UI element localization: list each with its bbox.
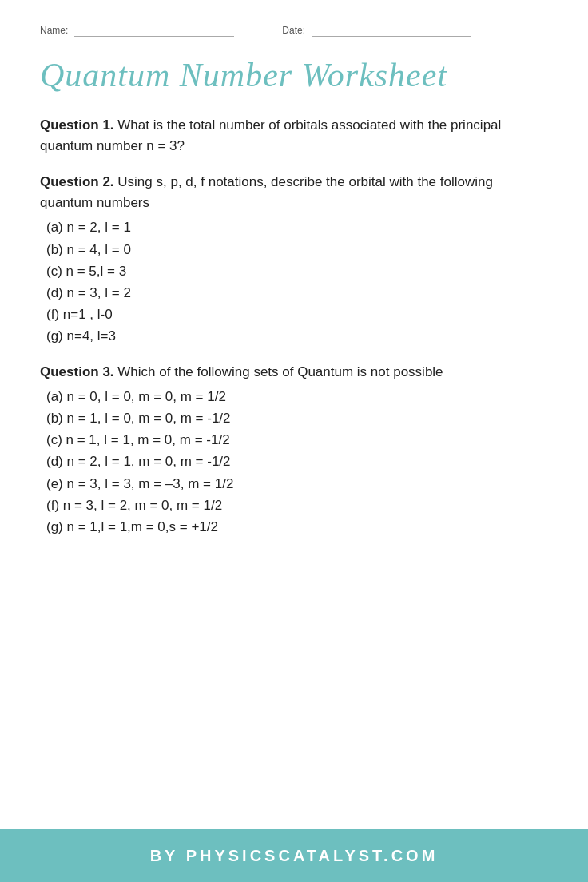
- question-2-text: Question 2. Using s, p, d, f notations, …: [40, 172, 548, 214]
- content-area: Question 1. What is the total number of …: [40, 115, 548, 538]
- q3-item-g: (g) n = 1,l = 1,m = 0,s = +1/2: [46, 516, 548, 538]
- question-1-heading: Question 1.: [40, 117, 114, 133]
- question-2-subitems: (a) n = 2, l = 1 (b) n = 4, l = 0 (c) n …: [40, 217, 548, 347]
- footer-text: BY PHYSICSCATALYST.COM: [150, 847, 439, 865]
- q3-item-f: (f) n = 3, l = 2, m = 0, m = 1/2: [46, 495, 548, 516]
- question-2-heading: Question 2.: [40, 174, 114, 189]
- question-3-text: Question 3. Which of the following sets …: [40, 362, 548, 383]
- page-title: Quantum Number Worksheet: [40, 56, 548, 94]
- q3-item-c: (c) n = 1, l = 1, m = 0, m = -1/2: [46, 429, 548, 451]
- q3-item-b: (b) n = 1, l = 0, m = 0, m = -1/2: [46, 407, 548, 429]
- question-1-block: Question 1. What is the total number of …: [40, 115, 548, 157]
- date-label: Date:: [282, 25, 305, 36]
- q3-item-e: (e) n = 3, l = 3, m = –3, m = 1/2: [46, 473, 548, 495]
- question-3-block: Question 3. Which of the following sets …: [40, 362, 548, 538]
- name-field-group: Name:: [40, 24, 234, 37]
- q3-item-d: (d) n = 2, l = 1, m = 0, m = -1/2: [46, 451, 548, 472]
- question-1-text: Question 1. What is the total number of …: [40, 115, 548, 157]
- q2-item-f: (f) n=1 , l-0: [46, 304, 548, 325]
- name-date-row: Name: Date:: [40, 24, 548, 37]
- question-3-body: Which of the following sets of Quantum i…: [114, 364, 443, 379]
- name-label: Name:: [40, 25, 68, 36]
- q2-item-c: (c) n = 5,l = 3: [46, 260, 548, 282]
- date-field-group: Date:: [282, 24, 471, 37]
- name-line: [74, 24, 234, 37]
- question-2-block: Question 2. Using s, p, d, f notations, …: [40, 172, 548, 348]
- q2-item-a: (a) n = 2, l = 1: [46, 217, 548, 238]
- footer: BY PHYSICSCATALYST.COM: [0, 829, 588, 882]
- page-content: Name: Date: Quantum Number Worksheet Que…: [0, 0, 588, 829]
- q2-item-b: (b) n = 4, l = 0: [46, 239, 548, 260]
- question-3-heading: Question 3.: [40, 364, 114, 379]
- date-line: [312, 24, 471, 37]
- question-3-subitems: (a) n = 0, l = 0, m = 0, m = 1/2 (b) n =…: [40, 386, 548, 538]
- q2-item-d: (d) n = 3, l = 2: [46, 282, 548, 304]
- q2-item-g: (g) n=4, l=3: [46, 325, 548, 347]
- q3-item-a: (a) n = 0, l = 0, m = 0, m = 1/2: [46, 386, 548, 407]
